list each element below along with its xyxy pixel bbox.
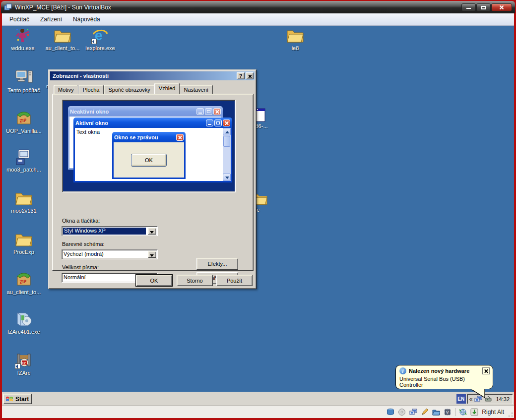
internet-explorer-icon: e (91, 27, 109, 44)
hard-disk-icon (387, 408, 394, 416)
auto-resize-icon (470, 408, 478, 416)
scroll-down-icon (223, 174, 231, 181)
folder-icon (15, 231, 33, 248)
desktop-icon-moo2v131[interactable]: moo2v131 (4, 190, 44, 214)
color-scheme-combo[interactable]: Výchozí (modrá) (62, 249, 158, 259)
desktop-icon-pic[interactable]: pic (253, 191, 282, 213)
maximize-button[interactable] (476, 3, 491, 11)
cd-box-icon (15, 311, 33, 328)
menu-help[interactable]: Nápověda (67, 14, 106, 24)
close-icon (246, 73, 253, 79)
folder-icon (286, 27, 304, 44)
chevron-down-icon[interactable] (148, 251, 156, 258)
desktop-icon-label: IZArc (17, 370, 30, 376)
windows-flag-icon (5, 395, 13, 403)
desktop-icon-label: au_client_to... (7, 289, 41, 295)
desktop-icon-procexp[interactable]: ProcExp (4, 231, 44, 255)
xp-desktop[interactable]: wddu.exe au_client_to... e iexplore.exe (2, 26, 514, 392)
window-title: WinXP_MCE [Běží] - Sun VirtualBox (15, 4, 111, 11)
desktop-icon-x86[interactable]: x86-... (253, 108, 282, 129)
tab-vzhled[interactable]: Vzhled (154, 83, 180, 94)
close-icon (213, 108, 221, 115)
desktop-icon-au-client-zip[interactable]: ZIP au_client_to... (4, 271, 44, 295)
chevron-down-icon[interactable] (148, 228, 156, 235)
zip-box-icon: ZIP (15, 271, 33, 288)
menu-devices[interactable]: Zařízení (35, 14, 67, 24)
display-properties-dialog[interactable]: Zobrazení - vlastnosti ? Motivy Plocha S… (48, 69, 257, 289)
desktop-icon-label: UOP_Vanilla... (6, 128, 41, 134)
tab-plocha[interactable]: Plocha (78, 85, 104, 94)
installer-icon (15, 149, 33, 166)
computer-icon (15, 69, 33, 86)
minimize-button[interactable] (461, 3, 476, 11)
preview-ok-button: OK (131, 154, 167, 167)
svg-text:IZ: IZ (22, 361, 26, 365)
dialog-title: Zobrazení - vlastnosti (53, 73, 109, 79)
cancel-button[interactable]: Storno (177, 275, 213, 286)
close-icon (223, 120, 230, 126)
start-button[interactable]: Start (3, 394, 32, 404)
folder-icon (54, 27, 71, 44)
desktop-icon-wddu[interactable]: wddu.exe (4, 27, 42, 51)
folder-icon (15, 190, 33, 207)
color-scheme-label: Barevné schéma: (62, 241, 105, 247)
person-app-icon (14, 27, 32, 44)
ok-button[interactable]: OK (136, 275, 172, 286)
vbox-titlebar[interactable]: WinXP_MCE [Běží] - Sun VirtualBox (1, 1, 515, 13)
vbox-statusbar: V Right Alt (2, 405, 514, 418)
active-window-title: Aktivní okno (75, 120, 108, 126)
desktop-icon-ie8[interactable]: ie8 (275, 27, 315, 51)
shared-clipboard-pen-icon (421, 408, 429, 416)
dialog-close-button[interactable] (246, 72, 254, 79)
close-button[interactable] (491, 3, 512, 11)
minimize-icon (206, 120, 213, 126)
hardware-tray-icon[interactable] (484, 396, 492, 403)
maximize-icon (205, 108, 212, 115)
apply-button[interactable]: Použít (216, 275, 253, 286)
minimize-icon (196, 108, 204, 115)
vbox-menubar: Počítač Zařízení Nápověda (2, 13, 514, 26)
tab-motivy[interactable]: Motivy (54, 85, 78, 94)
combo-value: Styl Windows XP (63, 228, 146, 235)
host-key-indicator: Right Alt (482, 409, 504, 416)
help-icon: ? (239, 73, 242, 79)
new-hardware-balloon[interactable]: i Nalezen nový hardware Universal Serial… (395, 365, 493, 389)
dialog-tabs: Motivy Plocha Spořič obrazovky Vzhled Na… (54, 84, 213, 94)
language-indicator[interactable]: EN (456, 394, 466, 404)
balloon-close-button[interactable] (482, 367, 490, 374)
cd-drive-icon (398, 408, 406, 416)
close-icon (176, 134, 184, 141)
desktop-icon-label: iexplore.exe (85, 45, 115, 51)
desktop-icon-izarc-setup[interactable]: IZArc4b1.exe (4, 311, 44, 335)
desktop-icon-label: wddu.exe (11, 45, 34, 51)
xp-taskbar[interactable]: Start EN « 14:32 (2, 392, 514, 405)
virtualization-chip-icon: V (444, 408, 452, 416)
resize-grip[interactable] (508, 412, 513, 417)
desktop-icon-moo3-patch[interactable]: moo3_patch... (4, 149, 44, 173)
message-window-title: Okno se zprávou (114, 134, 158, 140)
menu-machine[interactable]: Počítač (4, 14, 35, 24)
inactive-window-title: Neaktivní okno (70, 109, 109, 115)
tab-nastaveni[interactable]: Nastavení (179, 85, 213, 94)
desktop-icon-uop-vanilla[interactable]: ZIP UOP_Vanilla... (4, 110, 44, 134)
balloon-text: Universal Serial Bus (USB) Controller (399, 376, 490, 388)
info-icon: i (399, 367, 406, 374)
desktop-icon-my-computer[interactable]: Tento počítač (4, 69, 44, 93)
desktop-icon-label: au_client_to... (46, 45, 80, 51)
desktop-icon-label: ProcExp (13, 249, 34, 255)
zip-box-icon: ZIP (15, 110, 33, 127)
clamp-icon: IZ (15, 352, 33, 369)
help-button[interactable]: ? (237, 72, 245, 79)
preview-message-window: Okno se zprávou OK (112, 132, 186, 179)
combo-value: Výchozí (modrá) (62, 250, 147, 259)
shortcut-arrow-icon (91, 39, 97, 44)
desktop-icon-au-client-folder[interactable]: au_client_to... (42, 27, 83, 51)
dialog-titlebar[interactable]: Zobrazení - vlastnosti ? (50, 71, 255, 80)
maximize-icon (214, 120, 222, 126)
desktop-icon-izarc[interactable]: IZ IZArc (4, 352, 44, 376)
tab-sporic-obrazovky[interactable]: Spořič obrazovky (104, 85, 154, 94)
windows-buttons-combo[interactable]: Styl Windows XP (62, 226, 158, 236)
desktop-icon-label: moo3_patch... (6, 167, 41, 173)
effects-button[interactable]: Efekty... (196, 258, 238, 270)
desktop-icon-iexplore[interactable]: e iexplore.exe (81, 27, 119, 51)
